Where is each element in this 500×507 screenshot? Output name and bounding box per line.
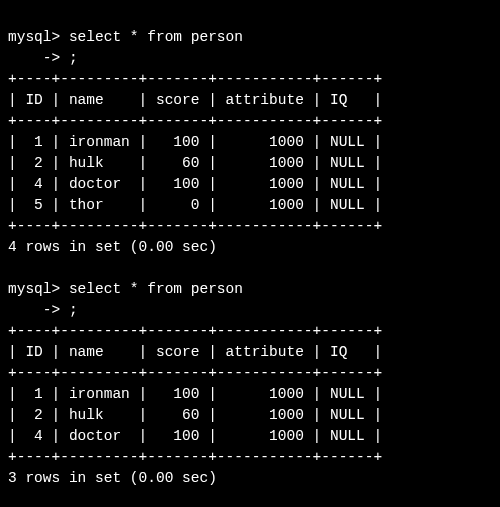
query-line-1b: mysql> select * from person bbox=[8, 281, 243, 297]
query-line-1: mysql> select * from person bbox=[8, 29, 243, 45]
table-border-top: +----+---------+-------+-----------+----… bbox=[8, 323, 382, 339]
result-summary-1: 4 rows in set (0.00 sec) bbox=[8, 239, 217, 255]
mysql-prompt: mysql> bbox=[8, 29, 60, 45]
table-border-top: +----+---------+-------+-----------+----… bbox=[8, 71, 382, 87]
query-line-2: -> ; bbox=[8, 50, 78, 66]
table-border-bottom: +----+---------+-------+-----------+----… bbox=[8, 218, 382, 234]
table-border-head: +----+---------+-------+-----------+----… bbox=[8, 365, 382, 381]
mysql-continuation-prompt: -> bbox=[8, 302, 60, 318]
mysql-prompt: mysql> bbox=[8, 281, 60, 297]
table-header-row: | ID | name | score | attribute | IQ | bbox=[8, 92, 382, 108]
table-header-row: | ID | name | score | attribute | IQ | bbox=[8, 344, 382, 360]
table-border-bottom: +----+---------+-------+-----------+----… bbox=[8, 449, 382, 465]
sql-query-text: select * from person bbox=[69, 281, 243, 297]
query-line-2b: -> ; bbox=[8, 302, 78, 318]
terminal-output: mysql> select * from person -> ; +----+-… bbox=[0, 0, 500, 495]
table-body-2: | 1 | ironman | 100 | 1000 | NULL | | 2 … bbox=[8, 386, 382, 444]
result-summary-2: 3 rows in set (0.00 sec) bbox=[8, 470, 217, 486]
mysql-continuation-prompt: -> bbox=[8, 50, 60, 66]
table-body-1: | 1 | ironman | 100 | 1000 | NULL | | 2 … bbox=[8, 134, 382, 213]
sql-semicolon: ; bbox=[69, 50, 78, 66]
table-border-head: +----+---------+-------+-----------+----… bbox=[8, 113, 382, 129]
sql-query-text: select * from person bbox=[69, 29, 243, 45]
sql-semicolon: ; bbox=[69, 302, 78, 318]
